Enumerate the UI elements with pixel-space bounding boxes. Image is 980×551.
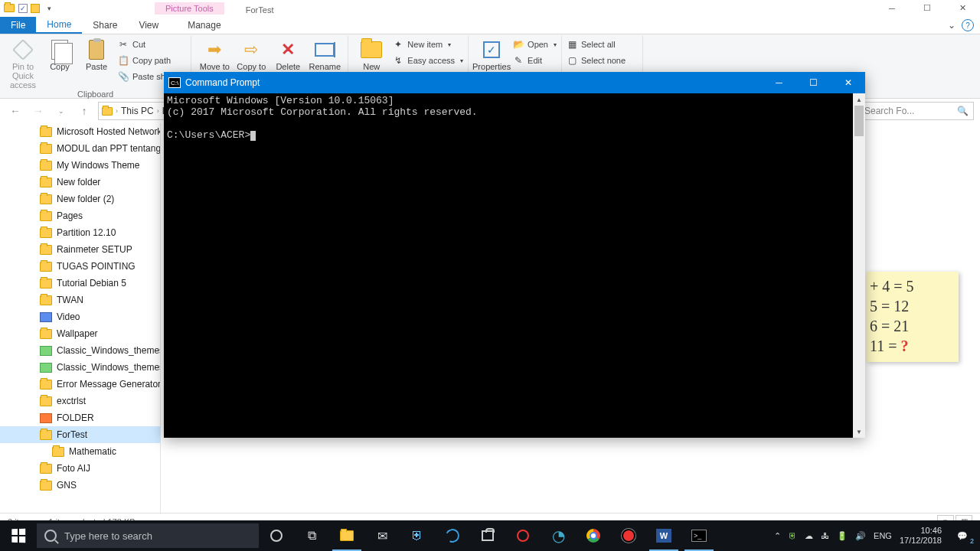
scroll-down-icon[interactable]: ▼ [853, 425, 865, 438]
cmd-scrollbar[interactable]: ▲ ▼ [853, 93, 865, 438]
sidebar-item-label: Microsoft Hosted Network [57, 126, 160, 137]
tray-clock[interactable]: 10:46 17/12/2018 [900, 526, 942, 546]
folder-icon [40, 144, 52, 154]
qat-checkbox[interactable]: ✓ [18, 4, 28, 13]
folder-icon [40, 178, 52, 187]
sidebar-item[interactable]: Classic_Windows_themes [0, 359, 160, 376]
sidebar-item[interactable]: New folder [0, 174, 160, 191]
open-button[interactable]: 📂Open▾ [513, 37, 557, 51]
sidebar-item[interactable]: Error Message Generator [0, 376, 160, 393]
qat-overflow[interactable]: ▾ [43, 2, 55, 15]
select-none-button[interactable]: ▢Select none [567, 54, 638, 67]
tab-view[interactable]: View [128, 17, 169, 34]
sidebar-item[interactable]: exctrlst [0, 393, 160, 409]
breadcrumb[interactable]: This PC [121, 106, 154, 116]
cmd-maximize-button[interactable]: ☐ [796, 72, 831, 93]
taskbar-app-word[interactable]: W [646, 520, 681, 551]
copy-path-button[interactable]: 📋Copy path [118, 54, 186, 67]
action-center-button[interactable]: 💬 2 [949, 525, 975, 546]
sidebar-item[interactable]: Wallpaper [0, 325, 160, 342]
tray-language[interactable]: ENG [874, 531, 892, 540]
scroll-up-icon[interactable]: ▲ [853, 93, 865, 106]
edit-icon: ✎ [513, 55, 524, 66]
taskbar-app-store[interactable] [470, 520, 505, 551]
sidebar-item[interactable]: Foto AIJ [0, 460, 160, 477]
taskbar-app-chrome[interactable] [576, 520, 611, 551]
sidebar-item[interactable]: GNS [0, 477, 160, 494]
taskbar-search[interactable]: Type here to search [37, 523, 259, 548]
start-button[interactable] [0, 520, 37, 551]
tab-file[interactable]: File [0, 17, 36, 34]
contextual-tab-picture-tools[interactable]: Picture Tools [155, 2, 224, 15]
sidebar-item[interactable]: Mathematic [0, 443, 160, 460]
tray-volume-icon[interactable]: 🔊 [855, 531, 866, 541]
taskbar-app-recorder[interactable] [505, 520, 541, 551]
taskbar-app-cmd[interactable]: >_ [681, 520, 717, 551]
sidebar-item[interactable]: TUGAS POINTING [0, 258, 160, 275]
easy-access-button[interactable]: ↯Easy access▾ [393, 54, 463, 67]
cmd-title-bar[interactable]: C:\ Command Prompt ─ ☐ ✕ [164, 72, 865, 93]
taskbar-app-edge[interactable] [435, 520, 470, 551]
sticky-note[interactable]: + 4 = 5 5 = 12 6 = 21 11 = ? [867, 272, 959, 362]
tab-manage[interactable]: Manage [177, 17, 231, 34]
tray-network-icon[interactable]: 🖧 [821, 531, 829, 540]
store-icon [482, 530, 494, 541]
new-item-button[interactable]: ✦New item▾ [393, 37, 463, 51]
select-all-button[interactable]: ▦Select all [567, 37, 638, 51]
tab-share[interactable]: Share [82, 17, 128, 34]
edit-button[interactable]: ✎Edit [513, 54, 557, 67]
cortana-button[interactable] [259, 520, 294, 551]
sidebar-item[interactable]: New folder (2) [0, 191, 160, 207]
nav-recent-button[interactable]: ⌄ [52, 102, 70, 120]
taskbar-app-security[interactable]: ⛨ [400, 520, 435, 551]
tray-security-icon[interactable]: ⛨ [789, 531, 797, 540]
qat-dropdown-icon[interactable] [31, 4, 40, 13]
sidebar-item-label: Tutorial Debian 5 [57, 278, 126, 289]
copy-button[interactable]: Copy [41, 37, 78, 90]
cmd-close-button[interactable]: ✕ [831, 72, 865, 93]
delete-x-icon: ✕ [277, 39, 299, 60]
sidebar-item[interactable]: My Windows Theme [0, 157, 160, 174]
folder-icon [361, 41, 382, 58]
taskbar-app-explorer[interactable] [329, 520, 364, 551]
tray-battery-icon[interactable]: 🔋 [837, 531, 848, 541]
cmd-terminal-area[interactable]: Microsoft Windows [Version 10.0.15063] (… [164, 93, 865, 438]
explorer-title-bar: ✓ ▾ Picture Tools ForTest ─ ☐ ✕ [0, 0, 980, 17]
sidebar-item[interactable]: Rainmeter SETUP [0, 241, 160, 258]
ribbon-collapse-icon[interactable]: ⌄ [948, 20, 956, 31]
help-icon[interactable]: ? [962, 19, 974, 31]
taskbar-app-mail[interactable]: ✉ [364, 520, 400, 551]
nav-forward-button[interactable]: → [29, 102, 47, 120]
explorer-maximize-button[interactable]: ☐ [910, 0, 945, 17]
nav-back-button[interactable]: ← [6, 102, 24, 120]
explorer-minimize-button[interactable]: ─ [874, 0, 910, 17]
sidebar-item[interactable]: Microsoft Hosted Network [0, 123, 160, 140]
scroll-thumb[interactable] [854, 106, 864, 136]
taskbar-app-cortana2[interactable]: ◔ [541, 520, 576, 551]
sidebar-item[interactable]: MODUL dan PPT tentang [0, 140, 160, 157]
cut-button[interactable]: ✂Cut [118, 37, 186, 51]
nav-up-button[interactable]: ↑ [75, 102, 93, 120]
sidebar-item[interactable]: Video [0, 308, 160, 325]
navigation-pane[interactable]: Microsoft Hosted NetworkMODUL dan PPT te… [0, 123, 161, 513]
taskbar-app-screenrec[interactable] [611, 520, 646, 551]
sidebar-item[interactable]: ForTest [0, 426, 160, 443]
sidebar-item[interactable]: TWAN [0, 292, 160, 308]
sidebar-item[interactable]: Partition 12.10 [0, 224, 160, 241]
sidebar-item[interactable]: Pages [0, 207, 160, 224]
qat-folder-icon[interactable] [3, 2, 15, 15]
paste-button[interactable]: Paste [78, 37, 115, 90]
sidebar-item[interactable]: Classic_Windows_themes [0, 342, 160, 359]
cmd-minimize-button[interactable]: ─ [762, 72, 796, 93]
search-box[interactable]: Search Fo... 🔍 [859, 102, 974, 120]
tray-onedrive-icon[interactable]: ☁ [805, 531, 813, 541]
folder-icon [40, 329, 52, 339]
task-view-button[interactable]: ⧉ [294, 520, 329, 551]
pin-to-quick-access-button[interactable]: Pin to Quick access [5, 37, 41, 90]
sidebar-item[interactable]: Tutorial Debian 5 [0, 275, 160, 292]
sidebar-item[interactable]: FOLDER [0, 409, 160, 426]
tray-overflow-button[interactable]: ⌃ [774, 531, 781, 541]
tab-home[interactable]: Home [36, 17, 82, 34]
folder-icon [40, 396, 52, 406]
explorer-close-button[interactable]: ✕ [945, 0, 980, 17]
